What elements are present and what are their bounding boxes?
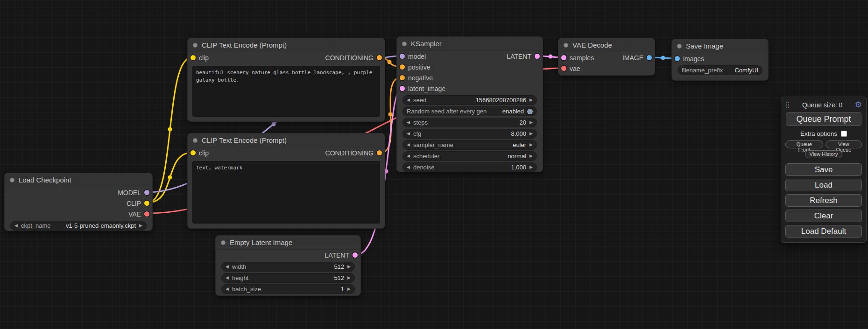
conditioning-output-slot-dot[interactable] bbox=[377, 55, 382, 60]
right-arrow-icon[interactable]: ▶ bbox=[529, 132, 533, 136]
height-widget[interactable]: ◀ height 512 ▶ bbox=[221, 273, 355, 283]
save-button[interactable]: Save bbox=[785, 163, 862, 176]
left-arrow-icon[interactable]: ◀ bbox=[226, 265, 229, 269]
input-slot-label: vae bbox=[570, 65, 580, 72]
view-queue-button[interactable]: View Queue bbox=[826, 140, 862, 148]
node-load-checkpoint[interactable]: Load Checkpoint MODEL CLIP VAE ◀ ckpt_na… bbox=[4, 173, 153, 231]
prompt-textarea[interactable]: text, watermark bbox=[192, 161, 380, 224]
queue-front-button[interactable]: Queue Front bbox=[785, 140, 823, 148]
extra-options-label: Extra options bbox=[800, 130, 837, 137]
node-empty-latent-image[interactable]: Empty Latent Image LATENT ◀ width 512 ▶ … bbox=[215, 235, 361, 296]
positive-input-slot-dot[interactable] bbox=[400, 64, 405, 70]
node-title-bar[interactable]: CLIP Text Encode (Prompt) bbox=[188, 133, 385, 147]
images-input-slot-dot[interactable] bbox=[675, 56, 680, 61]
batch-size-widget[interactable]: ◀ batch_size 1 ▶ bbox=[221, 284, 355, 294]
collapse-dot-icon[interactable] bbox=[193, 43, 198, 48]
scheduler-widget[interactable]: ◀ scheduler normal ▶ bbox=[402, 151, 537, 161]
filename-prefix-widget[interactable]: filename_prefix ComfyUI bbox=[677, 65, 762, 75]
collapse-dot-icon[interactable] bbox=[677, 44, 682, 49]
left-arrow-icon[interactable]: ◀ bbox=[14, 224, 18, 228]
clip-output-slot-dot[interactable] bbox=[144, 201, 149, 206]
refresh-button[interactable]: Refresh bbox=[785, 194, 862, 207]
node-title-bar[interactable]: Empty Latent Image bbox=[216, 236, 360, 250]
sampler-name-widget[interactable]: ◀ sampler_name euler ▶ bbox=[402, 140, 537, 150]
denoise-widget[interactable]: ◀ denoise 1.000 ▶ bbox=[402, 162, 537, 172]
clip-input-slot-dot[interactable] bbox=[191, 150, 196, 155]
input-slot-label: model bbox=[408, 53, 426, 60]
drag-handle-icon[interactable]: ⣿ bbox=[785, 101, 790, 108]
right-arrow-icon[interactable]: ▶ bbox=[347, 276, 351, 280]
load-default-button[interactable]: Load Default bbox=[785, 225, 862, 238]
node-title-bar[interactable]: CLIP Text Encode (Prompt) bbox=[188, 38, 385, 52]
queue-prompt-button[interactable]: Queue Prompt bbox=[786, 112, 861, 126]
left-arrow-icon[interactable]: ◀ bbox=[407, 154, 410, 158]
link-midpoint-dot bbox=[168, 175, 172, 180]
samples-input-slot-dot[interactable] bbox=[561, 55, 566, 60]
seed-widget[interactable]: ◀ seed 156680208700286 ▶ bbox=[402, 95, 537, 105]
collapse-dot-icon[interactable] bbox=[402, 42, 407, 46]
queue-panel: ⣿ Queue size: 0 ⚙ Queue Prompt Extra opt… bbox=[781, 97, 867, 243]
node-clip-text-encode-negative[interactable]: CLIP Text Encode (Prompt) clip CONDITION… bbox=[187, 133, 385, 229]
collapse-dot-icon[interactable] bbox=[10, 178, 14, 182]
conditioning-output-slot-dot[interactable] bbox=[377, 150, 382, 155]
model-output-slot-dot[interactable] bbox=[144, 190, 149, 195]
extra-options-row: Extra options bbox=[785, 128, 862, 139]
right-arrow-icon[interactable]: ▶ bbox=[529, 154, 533, 158]
steps-widget[interactable]: ◀ steps 20 ▶ bbox=[402, 118, 537, 127]
left-arrow-icon[interactable]: ◀ bbox=[407, 132, 410, 136]
clip-input-slot-dot[interactable] bbox=[191, 55, 196, 60]
view-history-button[interactable]: View History bbox=[805, 150, 843, 158]
vae-output-slot-dot[interactable] bbox=[144, 211, 149, 217]
node-title-bar[interactable]: KSampler bbox=[397, 37, 543, 51]
input-slot-label: latent_image bbox=[408, 85, 445, 92]
left-arrow-icon[interactable]: ◀ bbox=[407, 98, 410, 102]
input-slot-label: clip bbox=[199, 149, 209, 157]
settings-gear-icon[interactable]: ⚙ bbox=[855, 101, 862, 109]
node-title-bar[interactable]: Load Checkpoint bbox=[5, 173, 152, 187]
right-arrow-icon[interactable]: ▶ bbox=[347, 287, 351, 291]
cfg-widget[interactable]: ◀ cfg 8.000 ▶ bbox=[402, 129, 537, 139]
node-clip-text-encode-positive[interactable]: CLIP Text Encode (Prompt) clip CONDITION… bbox=[187, 38, 385, 122]
right-arrow-icon[interactable]: ▶ bbox=[347, 265, 351, 269]
ckpt-name-widget[interactable]: ◀ ckpt_name v1-5-pruned-emaonly.ckpt ▶ bbox=[10, 221, 147, 231]
left-arrow-icon[interactable]: ◀ bbox=[226, 287, 229, 291]
prompt-textarea[interactable]: beautiful scenery nature glass bottle la… bbox=[192, 66, 380, 117]
latent-image-input-slot-dot[interactable] bbox=[400, 86, 405, 91]
left-arrow-icon[interactable]: ◀ bbox=[407, 143, 410, 147]
node-vae-decode[interactable]: VAE Decode samples IMAGE vae bbox=[558, 38, 655, 76]
collapse-dot-icon[interactable] bbox=[193, 138, 198, 143]
right-arrow-icon[interactable]: ▶ bbox=[139, 224, 142, 228]
node-title-bar[interactable]: VAE Decode bbox=[558, 38, 655, 52]
left-arrow-icon[interactable]: ◀ bbox=[407, 165, 410, 169]
latent-output-slot-dot[interactable] bbox=[535, 54, 540, 59]
output-slot-label: CONDITIONING bbox=[325, 54, 374, 62]
image-output-slot-dot[interactable] bbox=[647, 55, 652, 60]
load-button[interactable]: Load bbox=[785, 179, 862, 191]
right-arrow-icon[interactable]: ▶ bbox=[529, 165, 533, 169]
right-arrow-icon[interactable]: ▶ bbox=[529, 120, 533, 125]
link-midpoint-dot bbox=[661, 56, 665, 60]
left-arrow-icon[interactable]: ◀ bbox=[407, 120, 410, 125]
clear-button[interactable]: Clear bbox=[785, 210, 862, 222]
latent-output-slot-dot[interactable] bbox=[353, 252, 358, 258]
vae-input-slot-dot[interactable] bbox=[561, 66, 566, 71]
graph-canvas[interactable]: Load Checkpoint MODEL CLIP VAE ◀ ckpt_na… bbox=[0, 0, 868, 329]
model-input-slot-dot[interactable] bbox=[400, 54, 405, 59]
node-ksampler[interactable]: KSampler model LATENT positive negative bbox=[396, 36, 543, 172]
toggle-indicator-icon[interactable] bbox=[527, 109, 533, 114]
extra-options-checkbox[interactable] bbox=[841, 131, 847, 137]
right-arrow-icon[interactable]: ▶ bbox=[529, 143, 533, 147]
left-arrow-icon[interactable]: ◀ bbox=[226, 276, 229, 280]
width-widget[interactable]: ◀ width 512 ▶ bbox=[221, 262, 355, 272]
output-slot-label: IMAGE bbox=[622, 54, 643, 62]
collapse-dot-icon[interactable] bbox=[564, 43, 568, 48]
negative-input-slot-dot[interactable] bbox=[400, 75, 405, 80]
output-slot-label: CONDITIONING bbox=[325, 149, 374, 157]
node-title: Load Checkpoint bbox=[19, 176, 71, 184]
random-seed-toggle-widget[interactable]: Random seed after every gen enabled bbox=[402, 106, 537, 116]
output-slot-label: CLIP bbox=[127, 200, 141, 207]
collapse-dot-icon[interactable] bbox=[221, 240, 226, 245]
right-arrow-icon[interactable]: ▶ bbox=[529, 98, 533, 102]
node-title-bar[interactable]: Save Image bbox=[672, 39, 768, 53]
node-save-image[interactable]: Save Image images filename_prefix ComfyU… bbox=[671, 39, 769, 81]
